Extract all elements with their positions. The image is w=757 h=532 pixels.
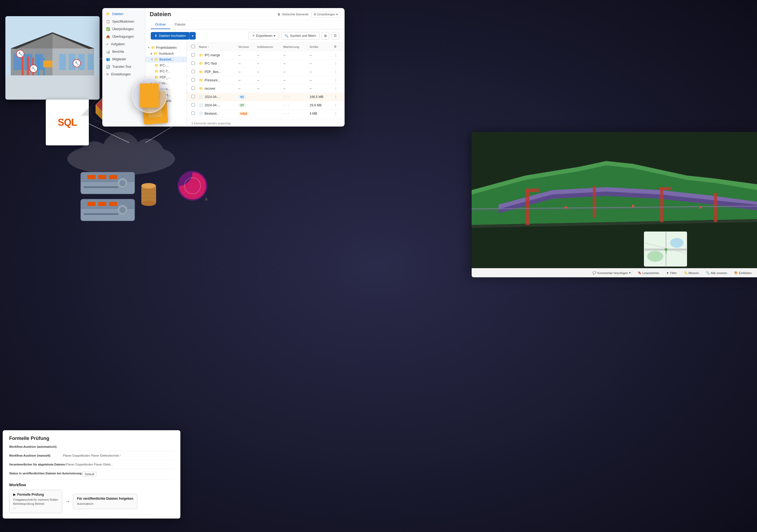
svg-point-6 <box>132 139 164 171</box>
indicators-column-header[interactable]: Indikatoren <box>257 45 283 48</box>
select-all-checkbox[interactable] <box>192 45 195 48</box>
more-options-icon[interactable]: ⋮ <box>182 58 185 61</box>
chevron-down-icon: ▾ <box>274 34 275 38</box>
sidebar-item-ueberpruefungen[interactable]: ✅ Überprüfungen <box>102 25 145 33</box>
comment-icon: 💬 <box>592 271 596 275</box>
workflow-panel: Formelle Prüfung Workflow-Auslöser (auto… <box>3 430 180 518</box>
version-column-header[interactable]: Version <box>238 45 257 48</box>
tree-item-ifc[interactable]: 📁 IFC-... <box>145 62 187 68</box>
svg-rect-73 <box>526 189 539 192</box>
sql-label: SQL <box>58 117 77 128</box>
zoom-all-btn[interactable]: 🔍 Alle zoomen <box>704 270 729 276</box>
list-view-btn[interactable]: ☰ <box>331 32 339 40</box>
sidebar-item-aufgaben[interactable]: ✔ Aufgaben <box>102 40 145 48</box>
table-row[interactable]: 📄 2024-04-... V1 ☆ ☆ 166,5 MB ⋮ <box>187 93 345 101</box>
upload-icon: 📤 <box>106 35 110 39</box>
table-row[interactable]: 📁 IFC-Test -- -- -- -- ⋮ <box>187 59 345 68</box>
sidebar-item-berichte[interactable]: 📊 Berichte <box>102 48 145 55</box>
chevron-icon: ▼ <box>151 58 153 61</box>
sidebar-item-uebertragungen[interactable]: 📤 Übertragungen <box>102 33 145 40</box>
folder-icon: 📁 <box>155 70 159 73</box>
file-icon: 📁 <box>106 12 110 16</box>
mark-column-header[interactable]: Markierung <box>284 45 310 48</box>
file-doc-icon: 📄 <box>199 103 203 107</box>
bookmark-btn[interactable]: 🔖 Lesezeichen <box>636 270 661 276</box>
tree-item-austausch[interactable]: ▶ 📁 Austausch <box>145 50 187 56</box>
row-more-btn[interactable]: ⋮ <box>334 111 340 116</box>
row-more-btn[interactable]: ⋮ <box>334 53 340 57</box>
tree-item-ifc-t[interactable]: 📁 IFC-T... <box>145 68 187 74</box>
zoom-icon: 🔍 <box>706 271 710 275</box>
report-icon: 📊 <box>106 50 110 53</box>
svg-rect-23 <box>38 58 39 76</box>
colorize-btn[interactable]: 🎨 Einfärben <box>732 270 754 276</box>
row-more-btn[interactable]: ⋮ <box>334 95 340 99</box>
svg-rect-52 <box>109 202 117 206</box>
folder-icon: 📁 <box>199 62 203 65</box>
table-row[interactable]: 📁 Pressure... -- -- -- -- ⋮ <box>187 76 345 84</box>
svg-point-80 <box>564 206 567 209</box>
size-column-header[interactable]: Größe <box>310 45 334 48</box>
table-row[interactable]: 📁 IFC-merge -- -- -- -- ⋮ <box>187 51 345 59</box>
filter-btn[interactable]: ▼ Filter <box>664 270 679 276</box>
svg-rect-20 <box>21 56 24 76</box>
deleted-items-btn[interactable]: 🗑 Gelöschte Elemente <box>278 13 309 16</box>
tab-ordner[interactable]: Ordner <box>151 20 170 29</box>
toolbar-right: ↗ Exportieren ▾ 🔍 Suchen und filtern ⊞ ☰ <box>249 32 339 40</box>
tree-item-bearbeitung[interactable]: ▼ 📁 Bearbeit... ⋮ <box>145 56 187 62</box>
grid-view-btn[interactable]: ⊞ <box>322 32 329 40</box>
sidebar-item-spezifikationen[interactable]: 📋 Spezifikationen <box>102 18 145 25</box>
row-checkbox[interactable] <box>192 111 195 115</box>
row-checkbox[interactable] <box>192 70 195 73</box>
svg-point-87 <box>647 251 663 262</box>
upload-button[interactable]: ⬆ Dateien hochladen <box>151 32 190 40</box>
folder-icon: 📁 <box>199 78 203 82</box>
table-row[interactable]: 📄 2024-04-... V7 ☆ ☆ 29,9 MB ⋮ <box>187 101 345 110</box>
row-more-btn[interactable]: ⋮ <box>334 78 340 82</box>
task-icon: ✔ <box>106 42 109 46</box>
bim-3d-view: 🔧 🔧 🔧 <box>5 16 100 100</box>
table-row[interactable]: 📄 Bestand... V418 ☆ ☆ 4 MB ⋮ <box>187 110 345 118</box>
row-checkbox[interactable] <box>192 86 195 90</box>
row-more-btn[interactable]: ⋮ <box>334 103 340 108</box>
export-button[interactable]: ↗ Exportieren ▾ <box>249 32 279 40</box>
table-row[interactable]: 📁 PDF_Bes... -- -- -- -- ⋮ <box>187 68 345 76</box>
sidebar-item-einstellungen[interactable]: ⚙ Einstellungen <box>102 71 145 78</box>
upload-dropdown-btn[interactable]: ▾ <box>190 32 196 40</box>
sidebar-item-transfer-tool[interactable]: 🔄 Transfer-Tool <box>102 63 145 71</box>
terrain-toolbar: 💬 Kommentar hinzufügen ▾ 🔖 Lesezeichen ▼… <box>472 268 757 277</box>
search-filter-button[interactable]: 🔍 Suchen und filtern <box>281 32 319 40</box>
terrain-3d-view: 💬 Kommentar hinzufügen ▾ 🔖 Lesezeichen ▼… <box>472 132 757 277</box>
upload-btn-group: ⬆ Dateien hochladen ▾ <box>151 32 196 40</box>
sidebar-item-mitglieder[interactable]: 👥 Mitglieder <box>102 55 145 63</box>
terrain-canvas <box>472 132 757 277</box>
sidebar-item-dateien[interactable]: 📁 Dateien <box>102 10 145 18</box>
row-more-btn[interactable]: ⋮ <box>334 61 340 66</box>
row-checkbox[interactable] <box>192 61 195 65</box>
row-more-btn[interactable]: ⋮ <box>334 70 340 74</box>
settings-icon: ⚙ <box>106 73 109 76</box>
svg-rect-76 <box>659 187 671 190</box>
row-checkbox[interactable] <box>192 95 195 98</box>
gear-icon: ⚙ <box>314 13 316 16</box>
row-checkbox[interactable] <box>192 78 195 81</box>
comment-btn[interactable]: 💬 Kommentar hinzufügen ▾ <box>590 270 633 276</box>
table-row[interactable]: 📁 recover -- -- -- -- ⋮ <box>187 84 345 93</box>
workflow-row-manual: Workflow-Auslöser (manuell): Planer Dopp… <box>9 454 174 460</box>
row-checkbox[interactable] <box>192 53 195 56</box>
workflow-box-pruefung: ▶ Formelle Prüfung Freigabeschritt für m… <box>9 490 62 513</box>
measure-icon: 📏 <box>684 271 687 275</box>
row-more-btn[interactable]: ⋮ <box>334 86 340 91</box>
folder-icon: 📁 <box>155 76 159 79</box>
row-checkbox[interactable] <box>192 103 195 107</box>
tab-pakete[interactable]: Pakete <box>170 20 190 29</box>
tree-item-projektdateien[interactable]: ▼ 📁 Projektdateien <box>145 45 187 50</box>
name-column-header[interactable]: Name ↑ <box>199 45 238 48</box>
filter-icon: ▼ <box>666 271 669 275</box>
chevron-icon: ▼ <box>147 46 150 49</box>
version-badge: V7 <box>238 103 246 108</box>
folder-icon: 📁 <box>155 64 159 67</box>
settings-button[interactable]: ⚙ Einstellungen ▾ <box>311 11 340 17</box>
measure-btn[interactable]: 📏 Messen <box>681 270 701 276</box>
sql-document: SQL <box>46 100 89 145</box>
